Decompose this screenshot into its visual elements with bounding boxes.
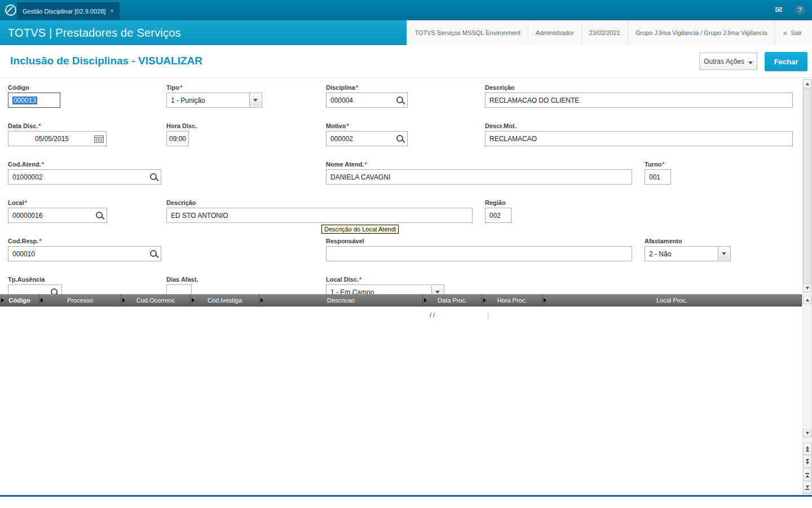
grid-scroll-down-button[interactable] [803, 429, 811, 437]
company-label: Grupo J.lima Vigilancia / Grupo J.lima V… [628, 20, 775, 45]
grid-last-record-button[interactable] [803, 481, 811, 494]
data-disc-label: Data Disc.* [8, 122, 41, 129]
page-title: Inclusão de Disciplinas - VISUALIZAR [10, 55, 202, 67]
regiao-input[interactable]: 002 [485, 208, 511, 223]
grid-header-codigo[interactable]: Código [0, 294, 39, 306]
help-icon[interactable] [795, 5, 805, 15]
hora-disc-value: 09:00 [169, 135, 186, 143]
motivo-input[interactable]: 000002 [326, 131, 408, 146]
afastamento-select[interactable]: 2 - Não [645, 246, 731, 261]
responsavel-input[interactable] [326, 246, 632, 261]
cod-atend-value: 01000002 [12, 173, 42, 181]
grid-cell-data-proc: / / [430, 312, 435, 318]
grid-scrollbar[interactable] [802, 294, 812, 494]
disciplina-value: 000004 [330, 97, 353, 104]
descricao-label: Descrição [485, 84, 515, 91]
turno-input[interactable]: 001 [645, 169, 671, 185]
close-button[interactable]: Fechar [765, 52, 807, 71]
data-disc-input[interactable]: 05/05/2015 [8, 131, 107, 146]
cod-atend-label: Cod.Atend.* [8, 161, 44, 168]
cod-resp-search-icon[interactable] [149, 249, 159, 259]
descricao-local-input[interactable]: ED STO ANTONIO [166, 208, 473, 223]
grid-header: Código Processo Cod.Ocorrenc Cod.Ivestig… [0, 294, 802, 306]
grid-page-up-button[interactable] [803, 443, 811, 455]
disciplina-label: Disciplina* [326, 84, 358, 91]
grid-header-cod-ivestiga[interactable]: Cod.Ivestiga [191, 294, 259, 306]
form-scroll-down-button[interactable] [803, 284, 811, 292]
tab-close-icon[interactable] [110, 8, 113, 14]
logout-button[interactable]: Sair [775, 20, 812, 45]
titlebar: Gestão Disciplinar [02.9.0028] [0, 0, 812, 20]
grid-page-down-button[interactable] [803, 456, 811, 468]
regiao-value: 002 [489, 212, 501, 220]
descricao-value: RECLAMACAO DO CLIENTE [489, 97, 579, 104]
grid-body[interactable]: / / : [0, 306, 802, 494]
grid-header-descricao[interactable]: Descricao [259, 294, 423, 306]
disciplina-input[interactable]: 000004 [326, 93, 408, 108]
footer-divider [0, 495, 812, 497]
local-search-icon[interactable] [95, 211, 105, 221]
motivo-value: 000002 [330, 135, 353, 143]
cod-resp-input[interactable]: 000010 [8, 246, 161, 261]
afastamento-dropdown-icon[interactable] [718, 247, 730, 260]
local-value: 00000016 [12, 212, 42, 220]
grid-header-label: Local Proc. [656, 297, 687, 304]
grid-header-cod-ocorrenc[interactable]: Cod.Ocorrenc [121, 294, 191, 306]
hora-disc-label: Hora Disc. [166, 122, 197, 129]
regiao-label: Região [485, 199, 506, 206]
cod-atend-search-icon[interactable] [149, 172, 159, 182]
codigo-value-selected: 000013 [12, 97, 37, 104]
codigo-input[interactable]: 000013 [8, 93, 60, 108]
cod-resp-label: Cod.Resp.* [8, 238, 42, 244]
grid-scroll-up-button[interactable] [803, 296, 811, 304]
other-actions-button[interactable]: Outras Ações [699, 52, 757, 70]
grid-header-label: Código [9, 297, 30, 304]
descricao-local-label: Descrição [166, 199, 196, 206]
grid-header-hora-proc[interactable]: Hora Proc. [482, 294, 542, 306]
descricao-input[interactable]: RECLAMACAO DO CLIENTE [485, 93, 793, 108]
disciplina-search-icon[interactable] [395, 95, 405, 106]
brand-circle-icon [5, 5, 16, 16]
motivo-search-icon[interactable] [395, 134, 405, 144]
grid-header-label: Cod.Ocorrenc [136, 297, 175, 304]
afastamento-label: Afastamento [645, 238, 682, 244]
dias-afast-label: Dias Afast. [166, 276, 198, 283]
session-info-bar: TOTVS Serviços MSSQL Environment Adminis… [407, 20, 812, 45]
codigo-label: Código [8, 84, 29, 91]
local-disc-label: Local Disc.* [326, 276, 361, 283]
form-area: Código 000013 Tipo* 1 - Punição Discipli… [0, 78, 812, 294]
calendar-icon[interactable] [94, 135, 104, 143]
descricao-local-value: ED STO ANTONIO [171, 212, 228, 220]
hora-disc-input[interactable]: 09:00 [166, 131, 189, 146]
tooltip: Descrição do Local Atendi [321, 225, 399, 234]
grid-header-label: Processo [67, 297, 93, 304]
afastamento-value: 2 - Não [649, 250, 671, 258]
tipo-value: 1 - Punição [171, 97, 205, 104]
tipo-dropdown-icon[interactable] [249, 94, 261, 107]
chevron-down-icon [748, 62, 753, 64]
descr-mot-input[interactable]: RECLAMACAO [485, 131, 793, 146]
grid-header-processo[interactable]: Processo [39, 294, 121, 306]
grid-header-data-proc[interactable]: Data Proc. [423, 294, 482, 306]
motivo-label: Motivo* [326, 122, 349, 129]
tipo-select[interactable]: 1 - Punição [166, 93, 262, 108]
app-window: Gestão Disciplinar [02.9.0028] TOTVS | P… [0, 0, 812, 508]
cod-atend-input[interactable]: 01000002 [8, 169, 161, 185]
other-actions-label: Outras Ações [704, 58, 744, 65]
tab-gestao-disciplinar[interactable]: Gestão Disciplinar [02.9.0028] [17, 2, 120, 20]
grid-header-label: Hora Proc. [497, 297, 527, 304]
form-scrollbar-thumb[interactable] [803, 89, 811, 283]
tipo-label: Tipo* [166, 84, 182, 91]
local-input[interactable]: 00000016 [8, 208, 107, 223]
form-scroll-up-button[interactable] [803, 80, 811, 88]
form-scrollbar[interactable] [802, 79, 812, 293]
mail-icon[interactable] [773, 5, 785, 16]
brand-title: TOTVS | Prestadores de Serviços [8, 20, 181, 45]
nome-atend-input[interactable]: DANIELA CAVAGNI [326, 169, 632, 185]
nome-atend-label: Nome Atend.* [326, 161, 367, 168]
local-label: Local* [8, 199, 27, 206]
grid-first-record-button[interactable] [803, 468, 811, 481]
nome-atend-value: DANIELA CAVAGNI [330, 173, 390, 181]
grid-header-local-proc[interactable]: Local Proc. [542, 294, 802, 306]
app-header: TOTVS | Prestadores de Serviços TOTVS Se… [0, 20, 812, 45]
